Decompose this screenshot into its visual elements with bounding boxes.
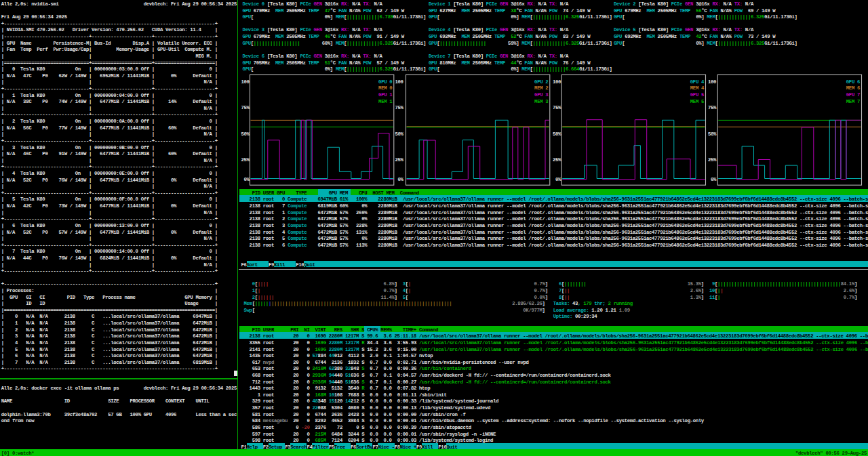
svg-text:50%: 50% (708, 131, 717, 137)
svg-text:25%: 25% (241, 157, 250, 163)
svg-text:MEM 2: MEM 2 (534, 85, 548, 91)
svg-text:MEM 5: MEM 5 (690, 99, 704, 104)
svg-text:MEM 3: MEM 3 (534, 99, 549, 104)
svg-text:MEM 6: MEM 6 (846, 85, 860, 91)
svg-text:75%: 75% (395, 105, 404, 110)
svg-text:25%: 25% (553, 157, 561, 163)
svg-text:50%: 50% (395, 131, 404, 137)
svg-text:100: 100 (553, 79, 561, 85)
svg-text:0%: 0% (395, 177, 404, 182)
svg-text:GPU 0: GPU 0 (378, 79, 392, 85)
svg-text:GPU 4: GPU 4 (690, 79, 705, 85)
svg-text:50%: 50% (553, 131, 561, 137)
svg-text:GPU 6: GPU 6 (846, 79, 860, 85)
svg-text:GPU 2: GPU 2 (534, 79, 548, 85)
svg-text:75%: 75% (708, 105, 717, 110)
svg-text:0%: 0% (708, 177, 717, 182)
svg-text:100: 100 (708, 79, 716, 85)
svg-text:MEM 4: MEM 4 (690, 85, 705, 91)
svg-text:0%: 0% (553, 177, 561, 182)
svg-text:75%: 75% (241, 105, 250, 110)
svg-text:100: 100 (241, 79, 250, 85)
svg-text:100: 100 (395, 79, 403, 85)
svg-text:GPU 1: GPU 1 (378, 92, 393, 98)
svg-text:GPU 3: GPU 3 (534, 92, 549, 98)
svg-text:75%: 75% (553, 105, 561, 110)
svg-text:0%: 0% (241, 177, 250, 182)
svg-text:GPU 7: GPU 7 (846, 92, 860, 98)
svg-text:25%: 25% (708, 157, 717, 163)
svg-text:GPU 5: GPU 5 (690, 92, 704, 98)
svg-text:MEM 1: MEM 1 (378, 99, 393, 104)
svg-text:50%: 50% (241, 131, 250, 137)
svg-text:MEM 0: MEM 0 (378, 85, 392, 91)
svg-text:MEM 7: MEM 7 (846, 99, 860, 104)
svg-text:25%: 25% (395, 157, 404, 163)
